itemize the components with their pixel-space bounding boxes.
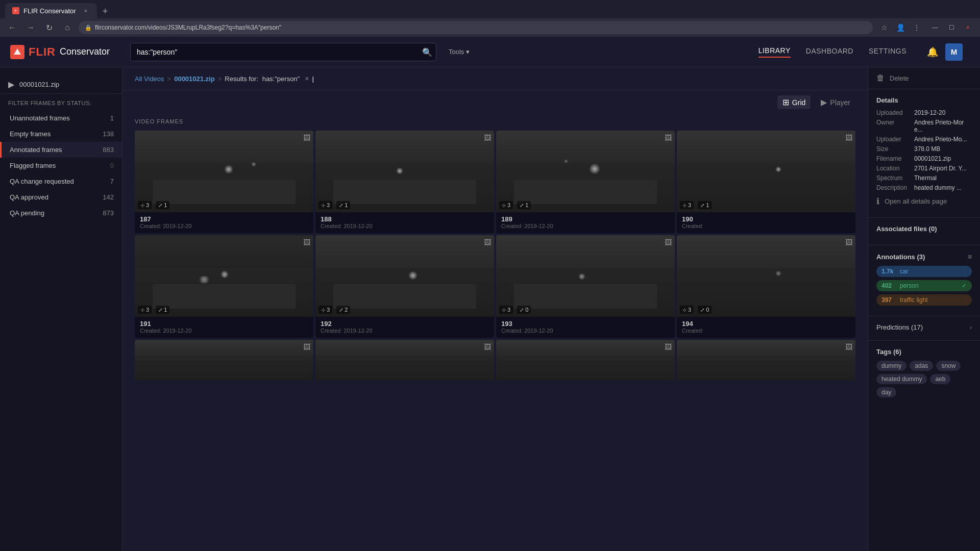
search-submit-btn[interactable]: 🔍 — [422, 47, 432, 57]
win-close-btn[interactable]: × — [961, 20, 975, 35]
car-count: 1.7k — [881, 268, 897, 275]
frame-number-192: 192 — [321, 320, 489, 328]
frame-card-190[interactable]: 🖼 ⊹3 ⤢1 190 Created: — [677, 131, 855, 233]
frame-card-187[interactable]: 🖼 ⊹ 3 ⤢ 1 187 — [135, 131, 313, 233]
spectrum-val: Thermal — [914, 174, 937, 182]
tag-day[interactable]: day — [876, 387, 896, 397]
sidebar-file[interactable]: ▶ 00001021.zip — [0, 76, 122, 94]
breadcrumb-all-videos[interactable]: All Videos — [135, 75, 164, 83]
tag-snow[interactable]: snow — [936, 361, 961, 371]
sidebar-item-qa-change[interactable]: QA change requested 7 — [0, 173, 122, 189]
predictions-row[interactable]: Predictions (17) › — [876, 323, 972, 331]
back-btn[interactable]: ← — [5, 20, 19, 35]
frame-thumb-bottom-2: 🖼 — [315, 340, 494, 381]
open-details-btn[interactable]: ℹ Open all details page — [876, 196, 972, 206]
annotation-traffic[interactable]: 397 traffic light — [876, 294, 972, 306]
breadcrumb-query: has:"person" — [262, 75, 300, 83]
frame-card-192[interactable]: 🖼 ⊹3 ⤢2 192 Created: 2019-12-20 — [315, 235, 494, 338]
spectrum-key: Spectrum — [876, 174, 911, 182]
annotation-car[interactable]: 1.7k car — [876, 266, 972, 277]
breadcrumb-clear-btn[interactable]: × — [305, 74, 309, 83]
sidebar-item-annotated[interactable]: Annotated frames 883 — [0, 142, 122, 158]
address-text: flirconservator.com/videos/JS3MLrupLRa3f… — [95, 24, 281, 31]
frame-icons-188: ⊹3 ⤢1 — [318, 201, 350, 209]
annotations-section: Annotations (3) ≡ 1.7k car 402 person ✓ … — [868, 245, 980, 316]
nav-dashboard[interactable]: DASHBOARD — [806, 47, 853, 57]
address-bar[interactable]: 🔒 flirconservator.com/videos/JS3MLrupLRa… — [79, 21, 873, 34]
tag-aeb[interactable]: aeb — [930, 374, 950, 384]
bookmark-btn[interactable]: ☆ — [877, 20, 891, 35]
active-tab[interactable]: F FLIR Conservator × — [5, 3, 97, 18]
frame-card-189[interactable]: 🖼 ⊹3 ⤢1 189 Created: 2019-12-20 — [496, 131, 675, 233]
search-input[interactable] — [130, 43, 436, 61]
breadcrumb-cursor: | — [312, 75, 313, 83]
refresh-btn[interactable]: ↻ — [42, 20, 56, 35]
frame-date-190: Created: — [682, 223, 850, 229]
frame-card-bottom-1[interactable]: 🖼 — [135, 340, 313, 381]
traffic-label: traffic light — [900, 296, 967, 304]
detail-description: Description heated dummy ... — [876, 184, 972, 191]
win-maximize-btn[interactable]: ☐ — [944, 20, 959, 35]
nav-library[interactable]: LIBRARY — [758, 46, 791, 58]
logo-conservator: Conservator — [60, 46, 110, 57]
sidebar-item-unannotated[interactable]: Unannotated frames 1 — [0, 110, 122, 126]
frame-img-icon: 🖼 — [665, 238, 672, 246]
frame-card-bottom-2[interactable]: 🖼 — [315, 340, 494, 381]
win-minimize-btn[interactable]: — — [928, 20, 942, 35]
frame-info-189: 189 Created: 2019-12-20 — [496, 212, 675, 233]
sidebar-item-qa-approved[interactable]: QA approved 142 — [0, 189, 122, 205]
expand-count-icon: ⤢ 1 — [156, 201, 169, 209]
home-btn[interactable]: ⌂ — [60, 20, 75, 35]
right-panel-scroll: 🗑 Delete Details Uploaded 2019-12-20 Own… — [868, 67, 980, 418]
tag-dummy[interactable]: dummy — [876, 361, 906, 371]
content-area: All Videos > 00001021.zip > Results for:… — [122, 67, 868, 551]
notification-bell-icon[interactable]: 🔔 — [927, 46, 938, 58]
expand-count: 1 — [164, 202, 167, 208]
frame-info-191: 191 Created: 2019-12-20 — [135, 317, 313, 338]
frame-card-191[interactable]: 🖼 ⊹3 ⤢1 191 Created: 2019-12-20 — [135, 235, 313, 338]
breadcrumb-zip[interactable]: 00001021.zip — [174, 75, 215, 83]
annotation-count-icon: ⊹3 — [318, 306, 332, 314]
frame-date-192: Created: 2019-12-20 — [321, 328, 489, 334]
grid-view-btn[interactable]: ⊞ Grid — [777, 95, 811, 109]
frame-info-194: 194 Created: — [677, 317, 855, 338]
player-view-btn[interactable]: ▶ Player — [816, 95, 855, 109]
tag-adas[interactable]: adas — [910, 361, 933, 371]
delete-icon: 🗑 — [876, 73, 885, 83]
forward-btn[interactable]: → — [23, 20, 38, 35]
nav-settings[interactable]: SETTINGS — [869, 47, 906, 57]
svg-marker-0 — [14, 48, 21, 55]
frame-date-191: Created: 2019-12-20 — [140, 328, 308, 334]
tools-chevron: ▾ — [466, 48, 470, 56]
tab-close-btn[interactable]: × — [82, 7, 90, 15]
frame-card-bottom-4[interactable]: 🖼 — [677, 340, 855, 381]
view-controls: ⊞ Grid ▶ Player — [122, 90, 868, 114]
detail-spectrum: Spectrum Thermal — [876, 174, 972, 182]
logo-flir: FLIR — [29, 45, 56, 59]
lock-icon: 🔒 — [85, 24, 92, 31]
annotation-person[interactable]: 402 person ✓ — [876, 280, 972, 291]
profile-btn[interactable]: 👤 — [893, 20, 908, 35]
sidebar-item-flagged[interactable]: Flagged frames 0 — [0, 158, 122, 173]
frame-card-bottom-3[interactable]: 🖼 — [496, 340, 675, 381]
delete-label: Delete — [890, 74, 909, 82]
annotations-title: Annotations (3) — [876, 253, 925, 261]
menu-btn[interactable]: ⋮ — [910, 20, 924, 35]
new-tab-btn[interactable]: + — [98, 4, 112, 18]
user-avatar[interactable]: M — [945, 43, 963, 61]
sidebar-item-qa-pending[interactable]: QA pending 873 — [0, 205, 122, 221]
frame-icons-191: ⊹3 ⤢1 — [138, 306, 169, 314]
frame-thumb-194: 🖼 ⊹3 ⤢0 — [677, 235, 855, 317]
frame-card-188[interactable]: 🖼 ⊹3 ⤢1 188 Created: 2019-12-20 — [315, 131, 494, 233]
browser-chrome: F FLIR Conservator × + ← → ↻ ⌂ 🔒 flircon… — [0, 0, 980, 37]
tag-heated-dummy[interactable]: heated dummy — [876, 374, 927, 384]
annotations-filter-icon[interactable]: ≡ — [968, 253, 972, 261]
sidebar-item-empty[interactable]: Empty frames 138 — [0, 126, 122, 142]
frame-card-193[interactable]: 🖼 ⊹3 ⤢0 193 Created: 2019-12-20 — [496, 235, 675, 338]
frame-card-194[interactable]: 🖼 ⊹3 ⤢0 194 Created: — [677, 235, 855, 338]
sidebar-empty-count: 138 — [103, 130, 114, 138]
expand-icon: ⤢ — [158, 203, 162, 208]
delete-btn[interactable]: 🗑 Delete — [868, 67, 980, 89]
breadcrumb: All Videos > 00001021.zip > Results for:… — [122, 67, 868, 90]
tools-btn[interactable]: Tools ▾ — [449, 48, 470, 56]
